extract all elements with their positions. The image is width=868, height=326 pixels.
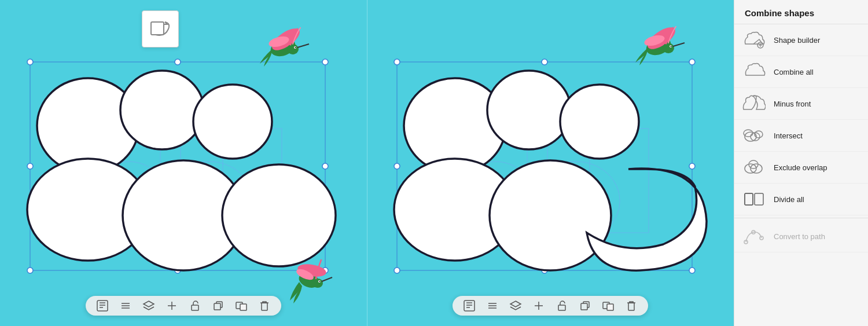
add-btn-r[interactable] [532, 299, 545, 312]
shape-builder-icon [742, 30, 766, 50]
left-canvas-panel[interactable] [0, 0, 367, 326]
group-duplicate-btn-r[interactable] [602, 299, 615, 312]
convert-to-path-icon [742, 226, 766, 246]
sidebar-title: Combine shapes [734, 0, 868, 24]
svg-point-21 [27, 163, 33, 169]
svg-rect-34 [97, 301, 108, 311]
minus-front-icon [742, 94, 766, 113]
select-mode-btn-r[interactable] [463, 299, 476, 312]
list-view-btn[interactable] [119, 299, 132, 312]
modal-icon [142, 10, 179, 47]
svg-rect-83 [558, 305, 565, 310]
layers-btn[interactable] [142, 299, 155, 312]
convert-to-path-label: Convert to path [774, 232, 825, 241]
left-artwork [13, 36, 354, 291]
duplicate-btn[interactable] [212, 299, 225, 312]
sidebar-item-convert-to-path[interactable]: Convert to path [734, 221, 868, 252]
svg-point-33 [222, 164, 336, 266]
svg-point-30 [193, 85, 272, 159]
sidebar-item-divide-all[interactable]: Divide all [734, 184, 868, 215]
svg-point-20 [27, 268, 33, 273]
select-mode-btn[interactable] [96, 299, 109, 312]
svg-rect-44 [214, 303, 220, 310]
divide-all-icon [742, 189, 766, 209]
svg-point-58 [689, 163, 695, 169]
svg-point-57 [689, 59, 695, 65]
svg-rect-100 [755, 193, 763, 205]
intersect-label: Intersect [774, 131, 803, 140]
layers-btn-r[interactable] [509, 299, 522, 312]
svg-point-70 [487, 71, 571, 149]
unlock-btn-r[interactable] [556, 299, 568, 312]
combine-all-icon [742, 62, 766, 82]
svg-rect-47 [262, 303, 267, 310]
svg-point-14 [27, 59, 33, 65]
sidebar: Combine shapes Shape builder Combine all [734, 0, 868, 326]
group-duplicate-btn[interactable] [235, 299, 248, 312]
svg-point-56 [542, 59, 547, 65]
svg-point-55 [394, 59, 400, 65]
svg-rect-87 [628, 303, 634, 310]
sidebar-item-combine-all[interactable]: Combine all [734, 56, 868, 88]
sidebar-item-exclude-overlap[interactable]: Exclude overlap [734, 152, 868, 184]
delete-btn[interactable] [258, 299, 271, 312]
add-btn[interactable] [165, 299, 178, 312]
intersect-icon [742, 126, 766, 145]
divide-all-label: Divide all [774, 195, 804, 204]
svg-point-29 [120, 71, 204, 149]
sidebar-item-intersect[interactable]: Intersect [734, 120, 868, 152]
sidebar-item-shape-builder[interactable]: Shape builder [734, 24, 868, 56]
svg-rect-98 [745, 193, 753, 205]
svg-point-73 [490, 160, 611, 270]
svg-point-18 [322, 268, 328, 273]
sidebar-divider [734, 218, 868, 218]
svg-point-15 [175, 59, 181, 65]
exclude-overlap-icon [742, 157, 766, 177]
svg-point-71 [560, 85, 639, 159]
sidebar-item-minus-front[interactable]: Minus front [734, 88, 868, 120]
svg-point-62 [394, 163, 400, 169]
svg-rect-99 [745, 193, 753, 205]
shape-builder-label: Shape builder [774, 36, 820, 45]
svg-rect-86 [607, 304, 613, 310]
svg-rect-74 [464, 301, 475, 311]
duplicate-btn-r[interactable] [579, 299, 591, 312]
unlock-btn[interactable] [189, 299, 201, 312]
combine-all-label: Combine all [774, 68, 814, 76]
svg-rect-43 [192, 305, 198, 310]
right-artwork [380, 36, 721, 291]
svg-point-59 [689, 268, 695, 273]
right-toolbar[interactable] [453, 296, 648, 316]
list-view-btn-r[interactable] [486, 299, 499, 312]
svg-point-61 [394, 268, 400, 273]
svg-point-17 [322, 163, 328, 169]
right-canvas-panel[interactable] [367, 0, 734, 326]
svg-point-93 [744, 130, 753, 137]
delete-btn-r[interactable] [625, 299, 638, 312]
left-toolbar[interactable] [86, 296, 281, 316]
svg-rect-0 [151, 22, 164, 35]
svg-rect-84 [581, 303, 587, 310]
exclude-overlap-label: Exclude overlap [774, 163, 827, 172]
canvas-area [0, 0, 734, 326]
svg-rect-46 [240, 304, 247, 310]
minus-front-label: Minus front [774, 100, 811, 108]
svg-point-16 [322, 59, 328, 65]
